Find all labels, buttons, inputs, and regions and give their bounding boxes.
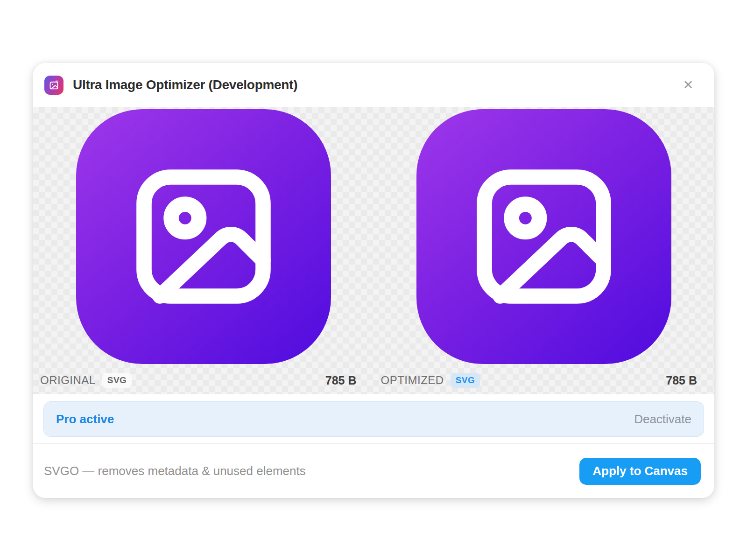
app-logo-icon (44, 76, 63, 95)
original-tile-wrap (33, 107, 374, 366)
optimized-meta-row: OPTIMIZED SVG 785 B (374, 366, 715, 394)
deactivate-button[interactable]: Deactivate (634, 412, 691, 427)
window-footer: SVGO — removes metadata & unused element… (33, 444, 714, 498)
window-header: Ultra Image Optimizer (Development) ✕ (33, 63, 714, 107)
pro-banner-section: Pro active Deactivate (33, 394, 714, 444)
optimized-format-badge: SVG (451, 373, 480, 388)
comparison-preview: ORIGINAL SVG 785 B OPTIMIZED SVG 785 B (33, 107, 714, 394)
original-pane: ORIGINAL SVG 785 B (33, 107, 374, 394)
original-size: 785 B (325, 374, 357, 387)
image-icon (124, 157, 283, 316)
image-optimizer-icon (48, 79, 60, 91)
pro-status-label: Pro active (56, 412, 114, 427)
image-icon (465, 157, 623, 316)
close-icon[interactable]: ✕ (679, 76, 698, 94)
optimized-pane: OPTIMIZED SVG 785 B (374, 107, 715, 394)
original-preview-tile (76, 109, 331, 364)
pro-status-banner: Pro active Deactivate (43, 401, 704, 437)
original-format-badge: SVG (102, 373, 132, 388)
optimized-size: 785 B (666, 374, 697, 387)
optimized-label: OPTIMIZED (381, 374, 444, 387)
optimized-tile-wrap (374, 107, 715, 366)
original-meta-row: ORIGINAL SVG 785 B (33, 366, 374, 394)
original-label: ORIGINAL (40, 374, 96, 387)
optimizer-description: SVGO — removes metadata & unused element… (44, 464, 306, 478)
optimized-preview-tile (416, 109, 671, 364)
apply-to-canvas-button[interactable]: Apply to Canvas (579, 458, 701, 485)
window-title: Ultra Image Optimizer (Development) (73, 77, 297, 92)
plugin-window: Ultra Image Optimizer (Development) ✕ OR… (33, 63, 714, 498)
